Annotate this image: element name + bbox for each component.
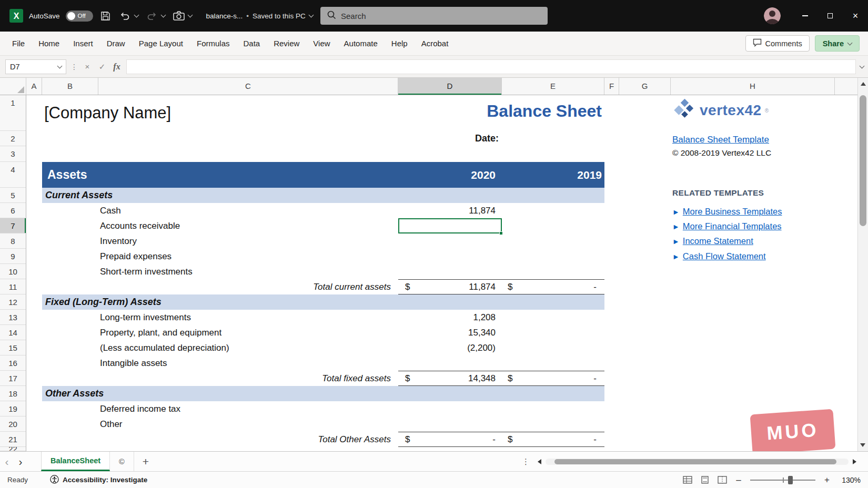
page-break-view-button[interactable] [718,476,727,484]
row-header-18[interactable]: 18 [0,386,26,401]
share-button[interactable]: Share [815,35,860,52]
cell-total-other-assets-2019[interactable]: - [502,432,604,447]
insert-function-icon[interactable]: fx [112,62,122,72]
cancel-icon[interactable]: × [82,62,93,71]
horizontal-scroll-track[interactable] [546,459,849,465]
col-header-G[interactable]: G [619,78,671,95]
scroll-left-icon[interactable] [538,459,541,464]
redo-icon[interactable] [145,8,159,24]
cell-accumulated-depreciation-label[interactable]: (Less accumulated depreciation) [100,340,395,355]
vertex42-logo[interactable]: vertex42 ® [672,98,769,123]
row-header-12[interactable]: 12 [0,294,26,310]
sheet-canvas[interactable]: 12345678910111213141516171819202122 [Com… [0,95,868,451]
row-header-19[interactable]: 19 [0,401,26,416]
cell-accounts-receivable-label[interactable]: Accounts receivable [100,218,395,233]
row-header-13[interactable]: 13 [0,310,26,325]
zoom-in-button[interactable]: + [823,475,831,485]
row-header-3[interactable]: 3 [0,146,26,162]
scroll-up-icon[interactable] [861,82,866,86]
tab-home[interactable]: Home [32,32,66,55]
normal-view-button[interactable] [683,476,692,484]
sheet-tab-copyright[interactable]: © [110,452,134,471]
col-header-A[interactable]: A [26,78,42,95]
scroll-right-icon[interactable] [853,459,856,464]
cell-date-label[interactable]: Date: [398,131,502,146]
row-header-5[interactable]: 5 [0,188,26,203]
cell-total-fixed-assets-2019[interactable]: - [502,371,604,386]
zoom-slider[interactable] [750,475,815,485]
row-header-22[interactable]: 22 [0,447,26,451]
search-input[interactable] [341,12,541,21]
tab-formulas[interactable]: Formulas [190,32,237,55]
excel-app-icon[interactable]: X [9,9,23,23]
avatar[interactable] [764,7,781,24]
section-other-assets[interactable]: Other Assets [42,386,604,401]
cell-total-other-assets-label[interactable]: Total Other Assets [98,432,395,447]
row-header-4[interactable]: 4 [0,162,26,188]
screenshot-camera-icon[interactable] [172,8,186,24]
row-header-7[interactable]: 7 [0,218,26,233]
zoom-level[interactable]: 130% [839,476,861,484]
tab-draw[interactable]: Draw [100,32,132,55]
tab-view[interactable]: View [306,32,337,55]
cell-total-other-assets-2020[interactable]: - [398,432,502,447]
cell-intangible-assets-label[interactable]: Intangible assets [100,355,395,371]
undo-icon[interactable] [118,8,132,24]
row-header-15[interactable]: 15 [0,340,26,355]
row-header-14[interactable]: 14 [0,325,26,340]
cell-cash-label[interactable]: Cash [100,203,395,218]
name-box-resize-handle[interactable]: ⋮ [70,63,78,71]
row-header-2[interactable]: 2 [0,131,26,146]
undo-dropdown-icon[interactable] [134,12,139,17]
cell-other-label[interactable]: Other [100,416,395,432]
col-header-C[interactable]: C [98,78,398,95]
link-more-financial-templates[interactable]: ►More Financial Templates [672,219,782,233]
fill-handle[interactable] [499,231,503,235]
cell-total-current-assets-label[interactable]: Total current assets [98,279,395,294]
page-layout-view-button[interactable] [700,476,710,484]
horizontal-scrollbar[interactable] [538,452,856,471]
tab-help[interactable]: Help [385,32,415,55]
col-header-H[interactable]: H [671,78,835,95]
search-box[interactable] [320,7,548,25]
restore-button[interactable] [817,0,843,32]
name-box-dropdown-icon[interactable] [57,63,63,68]
balance-sheet-template-link[interactable]: Balance Sheet Template [672,133,769,147]
sheet-nav-left-icon[interactable]: ‹ [0,452,14,471]
row-header-16[interactable]: 16 [0,355,26,371]
section-current-assets[interactable]: Current Assets [42,188,604,203]
zoom-slider-thumb[interactable] [788,476,793,484]
row-header-11[interactable]: 11 [0,279,26,294]
tab-review[interactable]: Review [267,32,306,55]
autosave-toggle[interactable]: Off [66,11,93,22]
zoom-out-button[interactable]: – [735,475,742,485]
cell-total-current-assets-2019[interactable]: - [502,279,604,294]
cell-long-term-investments-label[interactable]: Long-term investments [100,310,395,325]
formula-input[interactable] [126,59,856,74]
col-header-D[interactable]: D [398,78,502,95]
cell-short-term-investments-label[interactable]: Short-term investments [100,264,395,279]
scroll-down-icon[interactable] [860,443,865,447]
cell-prepaid-expenses-label[interactable]: Prepaid expenses [100,249,395,264]
cell-property-plant-equipment-2020[interactable]: 15,340 [398,325,502,340]
row-header-9[interactable]: 9 [0,249,26,264]
cell-long-term-investments-2020[interactable]: 1,208 [398,310,502,325]
col-header-F[interactable]: F [604,78,619,95]
cell-inventory-label[interactable]: Inventory [100,233,395,249]
cell-cash-2020[interactable]: 11,874 [398,203,502,218]
cell-total-current-assets-2020[interactable]: 11,874 [398,279,502,294]
selected-cell-D7[interactable] [398,218,502,233]
cell-property-plant-equipment-label[interactable]: Property, plant, and equipment [100,325,395,340]
name-box[interactable]: D7 [5,59,66,74]
cell-deferred-income-tax-label[interactable]: Deferred income tax [100,401,395,416]
link-more-business-templates[interactable]: ►More Business Templates [672,205,782,218]
close-button[interactable]: × [843,0,868,32]
tab-file[interactable]: File [5,32,32,55]
enter-icon[interactable]: ✓ [97,62,107,72]
link-cash-flow-statement[interactable]: ►Cash Flow Statement [672,249,766,263]
tab-insert[interactable]: Insert [66,32,100,55]
sheet-nav-right-icon[interactable]: › [14,452,27,471]
cell-accumulated-depreciation-2020[interactable]: (2,200) [398,340,502,355]
row-header-20[interactable]: 20 [0,416,26,432]
col-header-B[interactable]: B [42,78,98,95]
